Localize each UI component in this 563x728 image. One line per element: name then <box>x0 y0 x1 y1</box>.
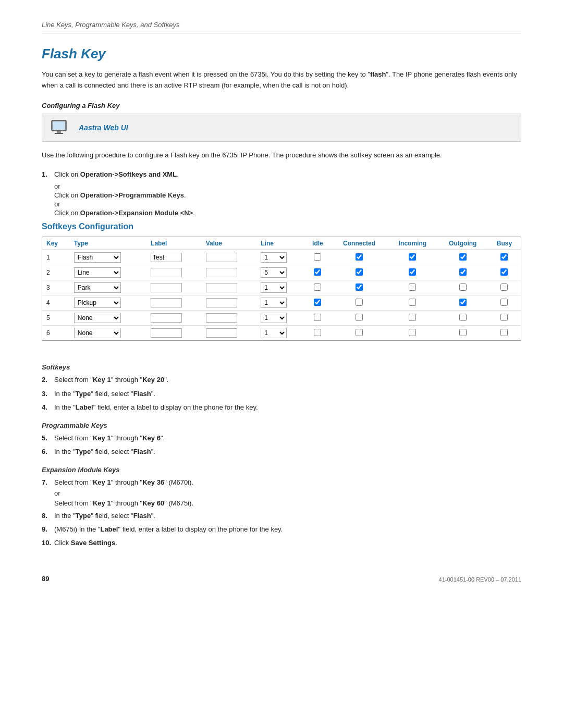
type-select[interactable]: FlashLineParkPickupNoneSpeed DialDo Not … <box>74 267 121 278</box>
cell-busy[interactable] <box>488 326 521 341</box>
incoming-checkbox[interactable] <box>409 268 416 276</box>
cell-incoming[interactable] <box>387 311 437 326</box>
busy-checkbox[interactable] <box>500 253 508 261</box>
cell-outgoing[interactable] <box>438 311 488 326</box>
cell-value[interactable] <box>202 295 257 311</box>
cell-line[interactable]: 123456789 <box>256 311 304 326</box>
cell-line[interactable]: 123456789 <box>256 295 304 311</box>
label-input[interactable] <box>151 268 182 277</box>
cell-idle[interactable] <box>304 250 331 265</box>
outgoing-checkbox[interactable] <box>459 253 467 261</box>
idle-checkbox[interactable] <box>314 268 321 276</box>
idle-checkbox[interactable] <box>314 283 321 291</box>
line-select[interactable]: 123456789 <box>261 282 287 293</box>
cell-incoming[interactable] <box>387 280 437 295</box>
incoming-checkbox[interactable] <box>409 314 416 321</box>
busy-checkbox[interactable] <box>500 314 508 321</box>
cell-value[interactable] <box>202 280 257 295</box>
label-input[interactable] <box>151 253 182 262</box>
connected-checkbox[interactable] <box>356 314 363 321</box>
cell-idle[interactable] <box>304 311 331 326</box>
busy-checkbox[interactable] <box>500 283 508 291</box>
cell-value[interactable] <box>202 311 257 326</box>
cell-busy[interactable] <box>488 295 521 311</box>
cell-busy[interactable] <box>488 280 521 295</box>
outgoing-checkbox[interactable] <box>459 329 467 336</box>
cell-type[interactable]: FlashLineParkPickupNoneSpeed DialDo Not … <box>70 250 146 265</box>
type-select[interactable]: FlashLineParkPickupNoneSpeed DialDo Not … <box>74 282 121 293</box>
cell-busy[interactable] <box>488 311 521 326</box>
type-select[interactable]: FlashLineParkPickupNoneSpeed DialDo Not … <box>74 328 121 338</box>
cell-connected[interactable] <box>331 250 387 265</box>
cell-idle[interactable] <box>304 280 331 295</box>
value-input[interactable] <box>206 313 237 323</box>
cell-line[interactable]: 123456789 <box>256 265 304 280</box>
cell-label[interactable] <box>146 311 202 326</box>
cell-type[interactable]: FlashLineParkPickupNoneSpeed DialDo Not … <box>70 265 146 280</box>
cell-outgoing[interactable] <box>438 280 488 295</box>
outgoing-checkbox[interactable] <box>459 283 467 291</box>
connected-checkbox[interactable] <box>356 253 363 261</box>
cell-value[interactable] <box>202 326 257 341</box>
type-select[interactable]: FlashLineParkPickupNoneSpeed DialDo Not … <box>74 313 121 323</box>
cell-outgoing[interactable] <box>438 265 488 280</box>
label-input[interactable] <box>151 298 182 307</box>
value-input[interactable] <box>206 283 237 292</box>
cell-idle[interactable] <box>304 295 331 311</box>
busy-checkbox[interactable] <box>500 299 508 306</box>
line-select[interactable]: 123456789 <box>261 328 287 338</box>
incoming-checkbox[interactable] <box>409 283 416 291</box>
cell-line[interactable]: 123456789 <box>256 326 304 341</box>
idle-checkbox[interactable] <box>314 314 321 321</box>
cell-value[interactable] <box>202 265 257 280</box>
cell-outgoing[interactable] <box>438 295 488 311</box>
cell-connected[interactable] <box>331 295 387 311</box>
cell-connected[interactable] <box>331 311 387 326</box>
connected-checkbox[interactable] <box>356 329 363 336</box>
outgoing-checkbox[interactable] <box>459 314 467 321</box>
busy-checkbox[interactable] <box>500 329 508 336</box>
cell-type[interactable]: FlashLineParkPickupNoneSpeed DialDo Not … <box>70 311 146 326</box>
cell-incoming[interactable] <box>387 326 437 341</box>
line-select[interactable]: 123456789 <box>261 252 287 263</box>
outgoing-checkbox[interactable] <box>459 299 467 306</box>
value-input[interactable] <box>206 328 237 338</box>
cell-type[interactable]: FlashLineParkPickupNoneSpeed DialDo Not … <box>70 295 146 311</box>
label-input[interactable] <box>151 283 182 292</box>
type-select[interactable]: FlashLineParkPickupNoneSpeed DialDo Not … <box>74 252 121 263</box>
cell-connected[interactable] <box>331 326 387 341</box>
connected-checkbox[interactable] <box>356 299 363 306</box>
cell-label[interactable] <box>146 295 202 311</box>
idle-checkbox[interactable] <box>314 253 321 261</box>
cell-idle[interactable] <box>304 326 331 341</box>
value-input[interactable] <box>206 298 237 307</box>
cell-busy[interactable] <box>488 265 521 280</box>
cell-connected[interactable] <box>331 265 387 280</box>
cell-label[interactable] <box>146 280 202 295</box>
value-input[interactable] <box>206 253 237 262</box>
incoming-checkbox[interactable] <box>409 253 416 261</box>
incoming-checkbox[interactable] <box>409 329 416 336</box>
label-input[interactable] <box>151 313 182 323</box>
idle-checkbox[interactable] <box>314 299 321 306</box>
cell-type[interactable]: FlashLineParkPickupNoneSpeed DialDo Not … <box>70 280 146 295</box>
cell-line[interactable]: 123456789 <box>256 250 304 265</box>
cell-label[interactable] <box>146 326 202 341</box>
busy-checkbox[interactable] <box>500 268 508 276</box>
cell-label[interactable] <box>146 265 202 280</box>
value-input[interactable] <box>206 268 237 277</box>
line-select[interactable]: 123456789 <box>261 267 287 278</box>
cell-line[interactable]: 123456789 <box>256 280 304 295</box>
incoming-checkbox[interactable] <box>409 299 416 306</box>
outgoing-checkbox[interactable] <box>459 268 467 276</box>
cell-type[interactable]: FlashLineParkPickupNoneSpeed DialDo Not … <box>70 326 146 341</box>
cell-outgoing[interactable] <box>438 250 488 265</box>
label-input[interactable] <box>151 328 182 338</box>
cell-incoming[interactable] <box>387 295 437 311</box>
cell-label[interactable] <box>146 250 202 265</box>
connected-checkbox[interactable] <box>356 283 363 291</box>
connected-checkbox[interactable] <box>356 268 363 276</box>
cell-incoming[interactable] <box>387 250 437 265</box>
cell-incoming[interactable] <box>387 265 437 280</box>
cell-idle[interactable] <box>304 265 331 280</box>
